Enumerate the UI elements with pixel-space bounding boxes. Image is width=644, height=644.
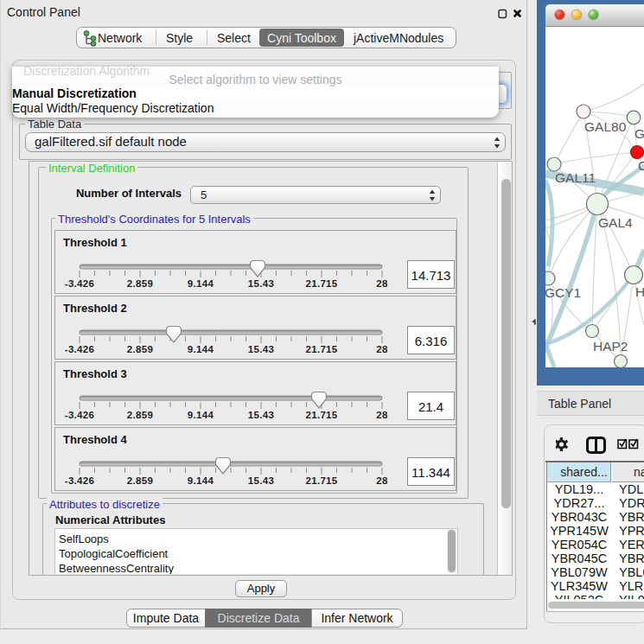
svg-text:HAP2: HAP2: [593, 339, 628, 354]
svg-text:C: C: [638, 158, 644, 173]
svg-text:GCY1: GCY1: [545, 285, 581, 300]
svg-text:GAL11: GAL11: [555, 170, 596, 185]
svg-text:GAL4: GAL4: [598, 215, 633, 230]
svg-text:G.: G.: [634, 126, 644, 141]
svg-text:H: H: [635, 284, 644, 299]
svg-text:GAL80: GAL80: [584, 119, 627, 134]
